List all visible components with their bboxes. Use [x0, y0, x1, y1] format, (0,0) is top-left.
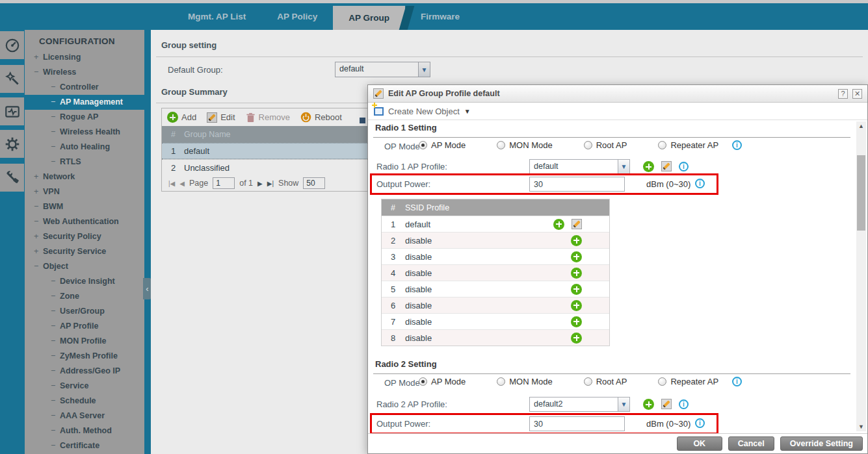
expander-icon[interactable]: −	[51, 274, 60, 289]
reboot-button[interactable]: Reboot	[300, 112, 342, 123]
sidebar-item[interactable]: −Rogue AP	[25, 110, 144, 125]
remove-button[interactable]: Remove	[246, 112, 290, 123]
sidebar-item[interactable]: +Network	[25, 170, 144, 184]
radio-button-icon[interactable]	[419, 141, 427, 149]
scroll-up-icon[interactable]: ▲	[856, 121, 866, 131]
chevron-down-icon[interactable]: ▼	[618, 397, 629, 411]
radio-option[interactable]: Root AP	[584, 377, 627, 386]
expander-icon[interactable]: −	[51, 334, 60, 349]
default-group-select[interactable]: default ▼	[335, 62, 430, 77]
ssid-row[interactable]: 5 disable	[382, 281, 609, 297]
expander-icon[interactable]: −	[51, 438, 60, 453]
add-ssid-icon[interactable]	[571, 284, 582, 295]
radio-option[interactable]: MON Mode	[497, 377, 552, 386]
edit-profile-icon[interactable]	[661, 161, 672, 171]
expander-icon[interactable]: −	[51, 409, 60, 423]
footer-button[interactable]: Override Setting	[780, 436, 863, 451]
expander-icon[interactable]: −	[51, 379, 60, 394]
chevron-down-icon[interactable]: ▼	[418, 62, 430, 77]
sidebar-item[interactable]: −Service	[25, 379, 144, 394]
dialog-scrollbar[interactable]: ▲ ▼	[856, 121, 866, 431]
add-profile-icon[interactable]	[643, 399, 654, 410]
radio-option[interactable]: AP Mode	[419, 140, 466, 150]
sidebar-item[interactable]: −Schedule	[25, 394, 144, 409]
last-page-icon[interactable]: ▶|	[267, 180, 274, 187]
radio2-output-power-input[interactable]	[529, 416, 625, 431]
radio-option[interactable]: Repeater AP	[658, 140, 718, 150]
radio-option[interactable]: Repeater AP	[658, 377, 718, 386]
expander-icon[interactable]: −	[51, 140, 60, 155]
expander-icon[interactable]: −	[51, 319, 60, 334]
footer-button[interactable]: Cancel	[728, 436, 774, 451]
expander-icon[interactable]: −	[51, 80, 60, 95]
sidebar-item[interactable]: −Wireless Health	[25, 125, 144, 140]
radio1-profile-select[interactable]: default ▼	[529, 159, 630, 174]
chevron-down-icon[interactable]: ▼	[618, 160, 629, 173]
sidebar-item[interactable]: −Zone	[25, 289, 144, 304]
radio-button-icon[interactable]	[658, 141, 666, 149]
expander-icon[interactable]: −	[51, 423, 60, 438]
help-icon[interactable]: ?	[838, 89, 848, 99]
sidebar-item[interactable]: +Licensing	[25, 50, 144, 65]
expander-icon[interactable]: −	[34, 259, 43, 274]
radio-option[interactable]: Root AP	[584, 140, 627, 150]
sidebar-item[interactable]: −Controller	[25, 80, 144, 95]
expander-icon[interactable]: +	[34, 229, 43, 244]
expander-icon[interactable]: −	[51, 349, 60, 364]
tab[interactable]: AP Policy	[261, 3, 333, 30]
radio-option[interactable]: AP Mode	[419, 377, 466, 386]
tab[interactable]: AP Group	[333, 6, 405, 30]
add-ssid-icon[interactable]	[571, 316, 582, 327]
tab[interactable]: Firmware	[405, 3, 475, 30]
sidebar-item[interactable]: −Object	[25, 259, 144, 274]
expander-icon[interactable]: −	[51, 289, 60, 304]
info-icon[interactable]	[679, 162, 689, 171]
sidebar-item[interactable]: −Wireless	[25, 65, 144, 80]
scroll-down-icon[interactable]: ▼	[856, 422, 866, 431]
wizard-icon[interactable]	[0, 65, 24, 93]
expander-icon[interactable]: +	[34, 170, 43, 184]
sidebar-item[interactable]: −Web Authentication	[25, 214, 144, 229]
sidebar-item[interactable]: −MON Profile	[25, 334, 144, 349]
expander-icon[interactable]: −	[34, 199, 43, 214]
expander-icon[interactable]: −	[51, 155, 60, 170]
ssid-row[interactable]: 3 disable	[382, 248, 609, 264]
add-profile-icon[interactable]	[643, 161, 654, 172]
edit-button[interactable]: Edit	[207, 112, 235, 123]
add-ssid-icon[interactable]	[571, 300, 582, 311]
expander-icon[interactable]: −	[34, 65, 43, 80]
sidebar-item[interactable]: −Address/Geo IP	[25, 364, 144, 379]
sidebar-item[interactable]: −Device Insight	[25, 274, 144, 289]
radio-button-icon[interactable]	[584, 141, 592, 149]
radio1-output-power-input[interactable]	[529, 177, 625, 192]
tab[interactable]: Mgmt. AP List	[172, 3, 261, 30]
sidebar-item[interactable]: +Security Policy	[25, 229, 144, 244]
ssid-row[interactable]: 6 disable	[382, 297, 609, 313]
radio-option[interactable]: MON Mode	[497, 140, 552, 150]
footer-button[interactable]: OK	[677, 436, 722, 451]
expander-icon[interactable]: +	[34, 244, 43, 259]
add-ssid-icon[interactable]	[553, 219, 564, 230]
first-page-icon[interactable]: |◀	[168, 180, 175, 187]
expander-icon[interactable]: +	[34, 50, 43, 65]
expander-icon[interactable]: +	[34, 184, 43, 199]
configuration-icon[interactable]	[0, 130, 24, 158]
monitoring-icon[interactable]	[0, 97, 24, 125]
sidebar-item[interactable]: +Security Service	[25, 244, 144, 259]
sidebar-item[interactable]: −ZyMesh Profile	[25, 349, 144, 364]
scrollbar-thumb[interactable]	[857, 155, 865, 231]
create-new-object-button[interactable]: Create New Object ▼	[368, 103, 867, 120]
sidebar-item[interactable]: −RTLS	[25, 155, 144, 170]
page-input[interactable]	[213, 177, 235, 189]
ssid-row[interactable]: 4 disable	[382, 264, 609, 281]
radio-button-icon[interactable]	[584, 377, 592, 386]
info-icon[interactable]	[679, 399, 689, 409]
add-ssid-icon[interactable]	[571, 251, 582, 262]
expander-icon[interactable]: −	[51, 364, 60, 379]
add-ssid-icon[interactable]	[571, 235, 582, 246]
sidebar-item[interactable]: −AP Profile	[25, 319, 144, 334]
edit-ssid-icon[interactable]	[572, 219, 582, 229]
sidebar-item[interactable]: −Auth. Method	[25, 423, 144, 438]
next-page-icon[interactable]: ▶	[257, 180, 263, 187]
info-icon[interactable]	[732, 140, 742, 150]
